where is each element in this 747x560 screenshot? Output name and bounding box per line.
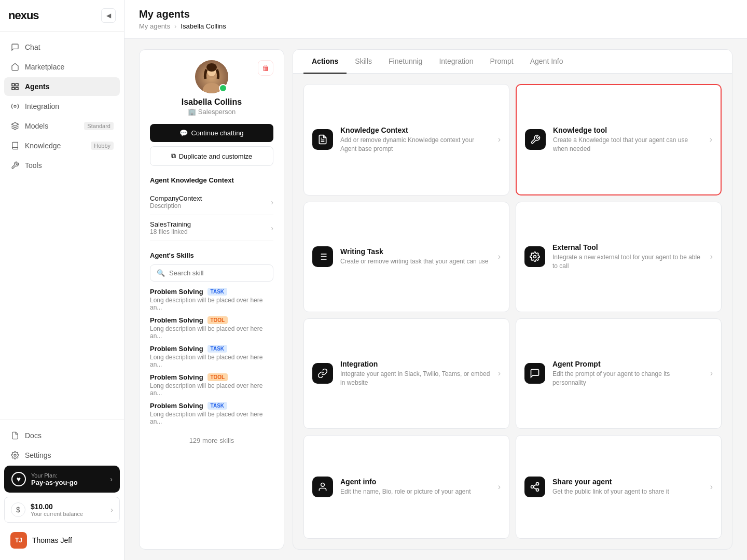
sidebar-item-agents-label: Agents	[25, 82, 49, 91]
tab-skills[interactable]: Skills	[347, 50, 380, 74]
svg-rect-0	[12, 83, 15, 86]
action-name-agent-prompt: Agent Prompt	[552, 360, 703, 368]
tab-finetuning[interactable]: Finetunnig	[380, 50, 431, 74]
skill-badge-2: TASK	[208, 345, 227, 353]
search-input[interactable]	[169, 269, 267, 277]
sidebar-item-integration[interactable]: Integration	[4, 97, 120, 116]
sidebar-item-agents[interactable]: Agents	[4, 77, 120, 96]
sidebar-item-knowledge[interactable]: Knowledge Hobby	[4, 136, 120, 155]
sidebar: nexus ◀ Chat Marketplace Agents	[0, 0, 125, 560]
sidebar-item-marketplace[interactable]: Marketplace	[4, 58, 120, 76]
tab-integration[interactable]: Integration	[431, 50, 481, 74]
sidebar-item-models[interactable]: Models Standard	[4, 117, 120, 135]
action-card-writing-task[interactable]: Writing Task Create or remove writing ta…	[303, 202, 509, 312]
agent-avatar-wrap	[195, 60, 228, 93]
action-name-agent-info: Agent info	[340, 478, 491, 486]
skill-name-1: Problem Solving	[150, 316, 203, 324]
duplicate-customize-button[interactable]: ⧉ Duplicate and customize	[150, 146, 273, 166]
svg-rect-1	[16, 83, 18, 86]
tab-prompt[interactable]: Prompt	[482, 50, 522, 74]
action-desc-writing-task: Create or remove writing task that your …	[340, 257, 491, 266]
integration-icon	[10, 102, 20, 111]
sidebar-bottom: Docs Settings ♥ Your Plan: Pay-as-you-go…	[0, 419, 124, 560]
action-arrow-integration: ›	[498, 369, 501, 378]
skill-item-4[interactable]: Problem Solving TASK Long description wi…	[150, 402, 273, 425]
sidebar-item-models-label: Models	[25, 122, 48, 130]
action-name-knowledge-tool: Knowledge tool	[553, 126, 702, 134]
breadcrumb-current: Isabella Collins	[181, 22, 226, 30]
skill-desc-2: Long description will be placed over her…	[150, 354, 273, 368]
svg-point-5	[14, 454, 16, 456]
action-name-writing-task: Writing Task	[340, 247, 491, 256]
sidebar-item-chat[interactable]: Chat	[4, 38, 120, 57]
models-badge: Standard	[84, 122, 114, 130]
action-card-share-agent[interactable]: Share your agent Get the public link of …	[516, 435, 722, 539]
action-card-integration[interactable]: Integration Integrate your agent in Slac…	[303, 318, 509, 429]
breadcrumb-parent[interactable]: My agents	[139, 22, 170, 30]
sidebar-item-settings[interactable]: Settings	[4, 446, 120, 465]
tab-actions[interactable]: Actions	[303, 50, 347, 74]
action-arrow-share-agent: ›	[710, 482, 713, 492]
skill-item-1[interactable]: Problem Solving TOOL Long description wi…	[150, 316, 273, 340]
plan-name: Pay-as-you-go	[31, 479, 110, 486]
action-arrow-knowledge-tool: ›	[710, 135, 712, 144]
action-desc-agent-prompt: Edit the prompt of your agent to change …	[552, 370, 703, 387]
action-arrow-agent-prompt: ›	[710, 369, 713, 378]
agent-info-icon	[312, 477, 333, 497]
skill-item-0[interactable]: Problem Solving TASK Long description wi…	[150, 288, 273, 311]
plan-info: Your Plan: Pay-as-you-go	[31, 472, 110, 486]
balance-icon: $	[11, 502, 25, 517]
more-skills-button[interactable]: 129 more skills	[150, 430, 273, 444]
skill-item-2[interactable]: Problem Solving TASK Long description wi…	[150, 345, 273, 368]
sidebar-item-docs[interactable]: Docs	[4, 426, 120, 445]
main-content: My agents My agents › Isabella Collins 🗑	[125, 0, 747, 560]
action-card-external-tool[interactable]: External Tool Integrate a new external t…	[516, 202, 722, 312]
balance-amount: $10.00	[31, 502, 83, 511]
svg-line-24	[533, 484, 536, 486]
action-card-agent-info[interactable]: Agent info Edit the name, Bio, role or p…	[303, 435, 509, 539]
action-arrow-knowledge-context: ›	[498, 135, 501, 144]
knowledge-context-icon	[312, 129, 333, 150]
action-desc-external-tool: Integrate a new external tool for your a…	[552, 253, 703, 271]
skill-item-3[interactable]: Problem Solving TOOL Long description wi…	[150, 373, 273, 397]
knowledge-item-1[interactable]: SalesTraining 18 files linked ›	[150, 215, 273, 241]
plan-card[interactable]: ♥ Your Plan: Pay-as-you-go ›	[4, 466, 120, 493]
action-desc-knowledge-tool: Create a Knowledge tool that your agent …	[553, 136, 702, 153]
sidebar-nav: Chat Marketplace Agents Integration	[0, 32, 124, 419]
svg-point-20	[536, 483, 539, 485]
action-card-knowledge-tool[interactable]: Knowledge tool Create a Knowledge tool t…	[516, 84, 722, 195]
svg-point-21	[531, 485, 534, 488]
action-card-knowledge-context[interactable]: Knowledge Context Add or remove dynamic …	[303, 84, 509, 195]
knowledge-item-name-1: SalesTraining	[150, 220, 191, 228]
right-panel: Actions Skills Finetunnig Integration Pr…	[293, 49, 732, 550]
sidebar-item-tools-label: Tools	[25, 161, 42, 170]
writing-task-icon	[312, 246, 333, 267]
agent-delete-button[interactable]: 🗑	[258, 60, 273, 76]
action-name-integration: Integration	[340, 360, 491, 368]
sidebar-collapse-button[interactable]: ◀	[101, 8, 116, 23]
action-desc-integration: Integrate your agent in Slack, Twilio, T…	[340, 370, 491, 387]
docs-icon	[10, 431, 20, 440]
sidebar-header: nexus ◀	[0, 0, 124, 32]
action-name-external-tool: External Tool	[552, 243, 703, 251]
plan-label: Your Plan:	[31, 472, 110, 479]
svg-point-18	[534, 256, 536, 258]
skill-badge-1: TOOL	[208, 316, 228, 324]
share-agent-icon	[524, 477, 545, 497]
user-profile[interactable]: TJ Thomas Jeff	[4, 527, 120, 554]
svg-point-19	[321, 483, 325, 486]
tab-agent-info[interactable]: Agent Info	[522, 50, 572, 74]
sidebar-item-chat-label: Chat	[25, 43, 40, 51]
plan-arrow-icon: ›	[110, 475, 113, 483]
skills-section-title: Agent's Skills	[150, 251, 273, 259]
action-card-agent-prompt[interactable]: Agent Prompt Edit the prompt of your age…	[516, 318, 722, 429]
sidebar-item-docs-label: Docs	[25, 431, 42, 440]
knowledge-section: Agent Knowledge Context CompanyContext D…	[150, 176, 273, 241]
sidebar-item-knowledge-label: Knowledge	[25, 142, 61, 150]
sidebar-item-tools[interactable]: Tools	[4, 156, 120, 175]
continue-chatting-button[interactable]: 💬 Continue chatting	[150, 124, 273, 142]
balance-card[interactable]: $ $10.00 Your current balance ›	[4, 497, 120, 523]
action-arrow-external-tool: ›	[710, 252, 713, 261]
knowledge-item-0[interactable]: CompanyContext Description ›	[150, 189, 273, 215]
svg-rect-2	[12, 87, 15, 90]
